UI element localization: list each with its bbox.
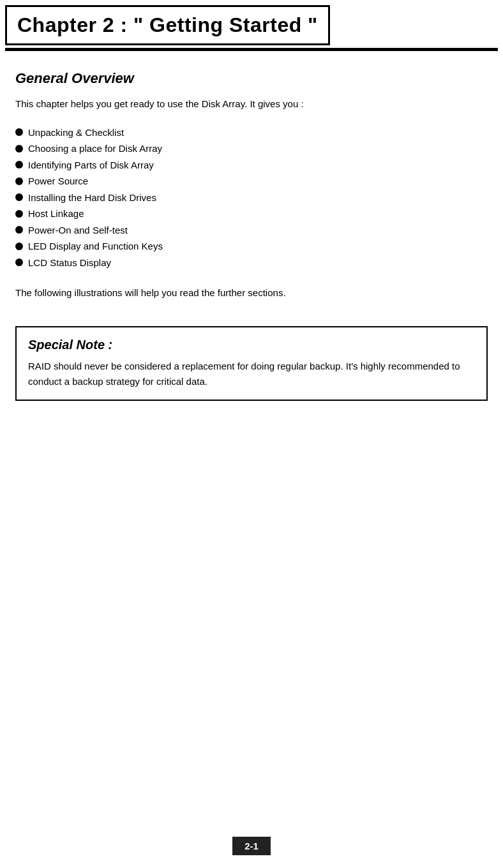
- bullet-icon: [15, 161, 23, 168]
- list-item: LED Display and Function Keys: [15, 238, 490, 255]
- special-note-text: RAID should never be considered a replac…: [28, 359, 475, 389]
- list-item: LCD Status Display: [15, 255, 490, 271]
- following-text: The following illustrations will help yo…: [13, 286, 490, 301]
- list-item-text: Choosing a place for Disk Array: [28, 140, 162, 157]
- list-item: Power-On and Self-test: [15, 222, 490, 239]
- list-item: Host Linkage: [15, 206, 490, 222]
- list-item: Installing the Hard Disk Drives: [15, 190, 490, 206]
- bullet-icon: [15, 128, 23, 136]
- list-item-text: Unpacking & Checklist: [28, 124, 124, 141]
- list-item-text: Identifying Parts of Disk Array: [28, 157, 154, 174]
- list-item: Unpacking & Checklist: [15, 124, 490, 141]
- intro-text: This chapter helps you get ready to use …: [13, 97, 490, 112]
- bullet-icon: [15, 177, 23, 185]
- bullet-list: Unpacking & ChecklistChoosing a place fo…: [15, 124, 490, 271]
- chapter-header: Chapter 2 : " Getting Started ": [5, 5, 330, 45]
- general-overview-section: General Overview This chapter helps you …: [13, 70, 490, 301]
- list-item-text: Power Source: [28, 173, 88, 190]
- bullet-icon: [15, 243, 23, 250]
- special-note-box: Special Note : RAID should never be cons…: [15, 326, 488, 401]
- special-note-title: Special Note :: [28, 338, 475, 352]
- list-item-text: LED Display and Function Keys: [28, 238, 163, 255]
- bullet-icon: [15, 226, 23, 234]
- bullet-icon: [15, 258, 23, 266]
- list-item: Choosing a place for Disk Array: [15, 140, 490, 157]
- list-item: Power Source: [15, 173, 490, 190]
- bullet-icon: [15, 193, 23, 201]
- list-item-text: Installing the Hard Disk Drives: [28, 190, 156, 206]
- chapter-title: Chapter 2 : " Getting Started ": [17, 13, 318, 36]
- list-item-text: Host Linkage: [28, 206, 84, 222]
- page-number: 2-1: [232, 837, 271, 855]
- list-item-text: LCD Status Display: [28, 255, 111, 271]
- list-item: Identifying Parts of Disk Array: [15, 157, 490, 174]
- main-content: General Overview This chapter helps you …: [0, 51, 503, 414]
- page-number-text: 2-1: [244, 841, 259, 851]
- bullet-icon: [15, 145, 23, 153]
- bullet-icon: [15, 210, 23, 218]
- page-container: Chapter 2 : " Getting Started " General …: [0, 0, 503, 868]
- list-item-text: Power-On and Self-test: [28, 222, 128, 239]
- section-heading: General Overview: [13, 70, 490, 87]
